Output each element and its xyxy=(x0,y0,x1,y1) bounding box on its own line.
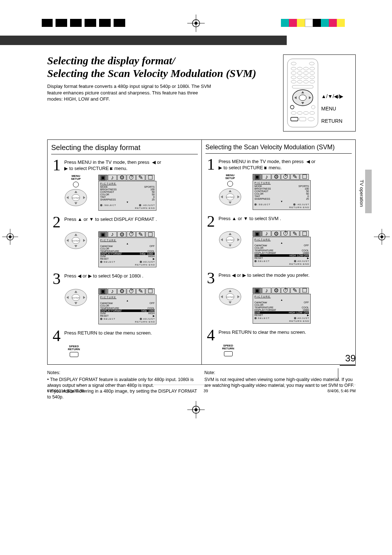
step-text: Press RETURN to clear the menu screen. xyxy=(219,328,352,343)
osd-screenshot: ▣♪⚙⏱✎☐ PICTURE MODESPORTSBRIGHTNESS100CO… xyxy=(253,174,311,210)
step-number: 4 xyxy=(205,328,216,343)
remote-menu-label: MENU xyxy=(321,106,343,112)
return-button-icon xyxy=(70,352,78,357)
remote-arrows-label: ▲/▼/◀/▶ xyxy=(321,93,343,99)
step-number: 2 xyxy=(205,214,216,229)
speed-return-label: SPEED RETURN xyxy=(222,344,234,350)
step-text: Press ▲ or ▼ to select DISPLAY FORMAT . xyxy=(64,215,198,230)
osd-screenshot: ▣♪⚙⏱✎☐ PICTURE▲CableClearOFFCOLORTEMPERA… xyxy=(253,231,311,267)
svg-text:ENTER: ENTER xyxy=(226,239,234,241)
osd-screenshot: ▣♪⚙⏱✎☐ PICTURE▲CableClearOFFCOLORTEMPERA… xyxy=(98,231,156,267)
svg-text:ENTER: ENTER xyxy=(72,297,80,299)
right-column: Selecting the Scan Velocity Modulation (… xyxy=(201,140,355,364)
step-number: 3 xyxy=(51,272,62,286)
page-number-rule xyxy=(340,365,356,366)
osd-screenshot: ▣ ♪⚙⏱✎☐ PICTURE MODESPORTSBRIGHTNESS100C… xyxy=(98,175,156,211)
page-number: 39 xyxy=(345,353,356,364)
step-text: Press ◀ or ▶ to select 540p or 1080i . xyxy=(64,272,198,286)
svg-point-33 xyxy=(299,95,306,101)
step-number: 4 xyxy=(51,329,62,343)
page-title: Selecting the display format/ Selecting … xyxy=(47,54,276,80)
left-column-heading: Selecting the display format xyxy=(51,143,198,154)
page-number-vrule xyxy=(338,368,338,378)
remote-return-label: RETURN xyxy=(321,118,343,124)
print-footer: 5V90101A [E]p37-39 39 8/4/06, 5:46 PM xyxy=(47,385,356,393)
menu-setup-label: MENU SETUP xyxy=(225,174,235,180)
step-text: Press MENU in the TV mode, then press ◀ … xyxy=(64,158,198,173)
picture-flag-icon xyxy=(264,166,267,169)
return-button-icon xyxy=(224,351,233,356)
dpad-icon: ENTER xyxy=(64,288,87,307)
remote-control-icon xyxy=(287,58,318,127)
step-text: Press ◀ or ▶ to select the mode you pref… xyxy=(219,271,352,285)
step-text: Press ▲ or ▼ to select SVM . xyxy=(219,214,352,229)
osd-screenshot: ▣♪⚙⏱✎☐ PICTURE▲CableClearOFFCOLORTEMPERA… xyxy=(253,288,311,324)
remote-callout-box: ▲/▼/◀/▶ MENU RETURN xyxy=(283,54,356,131)
dpad-icon: ENTER xyxy=(219,188,242,206)
dpad-icon: ENTER xyxy=(64,231,87,250)
svg-text:ENTER: ENTER xyxy=(72,197,80,199)
picture-flag-icon xyxy=(110,167,113,170)
step-text: Press MENU in the TV mode, then press ◀ … xyxy=(219,157,352,172)
menu-setup-button-icon xyxy=(227,181,233,187)
svg-text:ENTER: ENTER xyxy=(72,240,80,242)
dpad-icon: ENTER xyxy=(64,189,87,207)
step-number: 3 xyxy=(205,271,216,285)
step-number: 1 xyxy=(205,157,216,172)
left-column: Selecting the display format 1 Press MEN… xyxy=(48,140,201,364)
step-number: 2 xyxy=(51,215,62,230)
registration-target-bottom-icon xyxy=(187,401,205,418)
intro-paragraph: Display format feature converts a 480p i… xyxy=(47,83,214,102)
dpad-icon: ENTER xyxy=(219,288,242,306)
osd-tab-picture-icon: ▣ xyxy=(98,175,107,181)
menu-setup-button-icon xyxy=(73,182,79,187)
menu-setup-label: MENU SETUP xyxy=(71,175,81,181)
svg-text:ENTER: ENTER xyxy=(226,196,234,198)
osd-screenshot: ▣♪⚙⏱✎☐ PICTURE▲CableClearOFFCOLORTEMPERA… xyxy=(98,288,156,324)
dpad-icon: ENTER xyxy=(219,231,242,249)
step-number: 1 xyxy=(51,158,62,173)
step-text: Press RETURN to clear the menu screen. xyxy=(64,329,198,343)
svg-text:ENTER: ENTER xyxy=(226,296,234,298)
speed-return-label: SPEED RETURN xyxy=(68,345,80,351)
right-column-heading: Selecting the Scan Velocity Modulation (… xyxy=(205,143,352,154)
